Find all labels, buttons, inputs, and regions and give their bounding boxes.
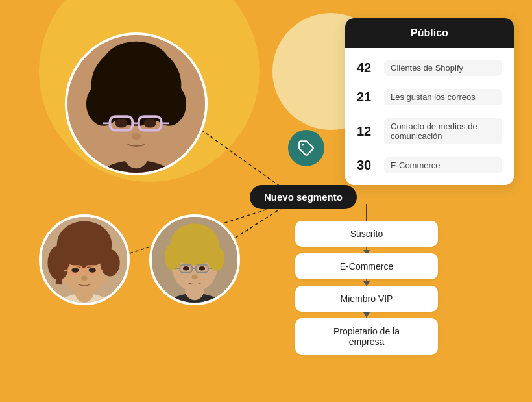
svg-point-16: [151, 82, 186, 125]
tag-icon-circle: [288, 130, 324, 166]
person-avatar-right: [149, 214, 240, 305]
svg-point-32: [101, 249, 120, 276]
publico-row-0: 42 Clientes de Shopify: [345, 53, 514, 82]
svg-point-57: [302, 144, 304, 146]
segment-box-miembro-vip[interactable]: Miembro VIP: [295, 286, 438, 312]
svg-point-15: [86, 82, 121, 125]
publico-title: Público: [411, 27, 448, 38]
publico-header: Público: [345, 18, 514, 48]
svg-point-53: [183, 266, 189, 271]
segment-box-label: Propietario de la empresa: [333, 326, 400, 347]
svg-point-39: [89, 268, 96, 273]
svg-point-23: [115, 119, 127, 127]
segment-box-label: Suscrito: [350, 229, 383, 239]
publico-number: 12: [357, 124, 375, 139]
svg-point-17: [102, 42, 171, 92]
segment-box-label: Miembro VIP: [341, 294, 393, 304]
segment-box-propietario[interactable]: Propietario de la empresa: [295, 318, 438, 355]
svg-point-40: [81, 276, 87, 281]
segment-box-suscrito[interactable]: Suscrito: [295, 221, 438, 247]
svg-point-54: [199, 266, 205, 271]
publico-rows: 42 Clientes de Shopify 21 Les gustan los…: [345, 48, 514, 185]
svg-point-46: [165, 244, 182, 270]
publico-row-2: 12 Contacto de medios de comunicación: [345, 112, 514, 151]
svg-point-56: [187, 283, 204, 295]
svg-point-38: [71, 268, 79, 273]
segment-box-label: E-Commerce: [340, 261, 393, 271]
publico-number: 30: [357, 158, 375, 173]
person-avatar-left: [39, 214, 130, 305]
publico-label: Clientes de Shopify: [384, 60, 502, 76]
publico-label: Les gustan los correos: [384, 89, 502, 105]
publico-card: Público 42 Clientes de Shopify 21 Les gu…: [345, 18, 514, 185]
publico-label: Contacto de medios de comunicación: [384, 118, 502, 144]
publico-row-3: 30 E-Commerce: [345, 151, 514, 180]
person-avatar-large: [65, 32, 208, 175]
nuevo-segmento-label: Nuevo segmento: [250, 185, 357, 209]
svg-point-24: [144, 119, 156, 127]
publico-number: 42: [357, 60, 375, 75]
publico-number: 21: [357, 90, 375, 105]
publico-row-1: 21 Les gustan los correos: [345, 82, 514, 112]
svg-point-55: [191, 275, 197, 280]
svg-point-25: [131, 133, 141, 140]
segment-boxes-container: Suscrito E-Commerce Miembro VIP Propieta…: [295, 221, 438, 355]
svg-point-47: [208, 246, 224, 271]
publico-label: E-Commerce: [384, 157, 502, 173]
tag-icon: [297, 139, 315, 157]
nuevo-segmento-text: Nuevo segmento: [264, 192, 343, 203]
segment-box-ecommerce[interactable]: E-Commerce: [295, 253, 438, 279]
